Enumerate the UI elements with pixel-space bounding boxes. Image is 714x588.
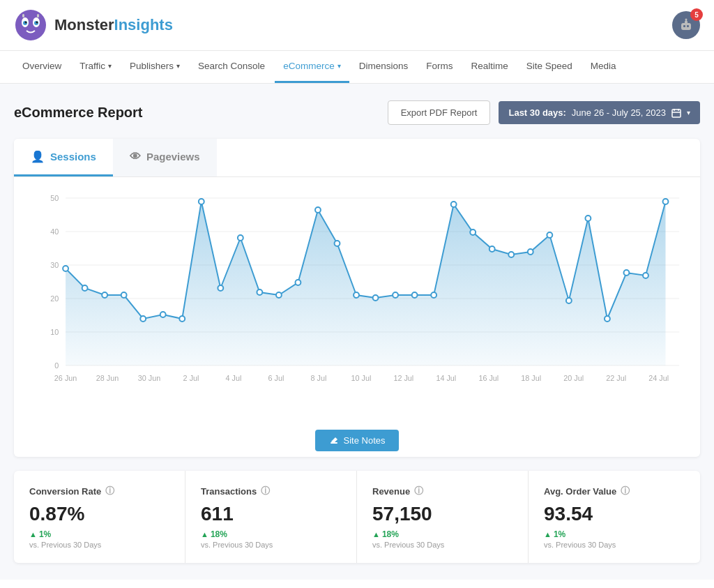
sessions-icon: 👤 — [31, 150, 45, 163]
nav-item-publishers[interactable]: Publishers ▾ — [121, 51, 188, 83]
svg-point-59 — [605, 316, 610, 322]
stat-change-revenue: ▲ 18% — [372, 529, 512, 539]
stat-card-transactions: Transactions ⓘ 611 ▲ 18% vs. Previous 30… — [185, 471, 357, 563]
chart-svg: 50 40 30 20 10 0 — [28, 191, 686, 400]
svg-point-6 — [36, 22, 38, 24]
nav-item-search-console[interactable]: Search Console — [190, 51, 273, 83]
chart-body: 50 40 30 20 10 0 — [14, 177, 700, 421]
tab-pageviews[interactable]: 👁 Pageviews — [113, 139, 217, 176]
tab-sessions[interactable]: 👤 Sessions — [14, 139, 113, 176]
stat-value-transactions: 611 — [201, 503, 341, 525]
svg-point-44 — [315, 207, 321, 213]
svg-point-52 — [470, 229, 476, 235]
notification-button[interactable]: 5 — [672, 11, 700, 39]
stat-previous-revenue: vs. Previous 30 Days — [372, 541, 512, 549]
notification-icon — [678, 17, 694, 33]
nav-item-forms[interactable]: Forms — [418, 51, 461, 83]
svg-point-47 — [373, 295, 379, 301]
logo-text: MonsterInsights — [54, 16, 173, 34]
info-icon-avg-order[interactable]: ⓘ — [621, 485, 630, 497]
stat-label-revenue: Revenue ⓘ — [372, 485, 512, 497]
svg-point-54 — [508, 252, 514, 257]
nav-item-traffic[interactable]: Traffic ▾ — [71, 51, 120, 83]
svg-point-57 — [566, 298, 572, 303]
nav-item-overview[interactable]: Overview — [14, 51, 70, 83]
svg-point-34 — [121, 292, 127, 298]
page-header-actions: Export PDF Report Last 30 days: June 26 … — [388, 100, 700, 125]
stat-card-conversion-rate: Conversion Rate ⓘ 0.87% ▲ 1% vs. Previou… — [14, 471, 185, 563]
nav-item-realtime[interactable]: Realtime — [462, 51, 516, 83]
svg-point-33 — [102, 292, 107, 298]
svg-text:12 Jul: 12 Jul — [393, 374, 413, 382]
nav-item-media[interactable]: Media — [582, 51, 625, 83]
pageviews-icon: 👁 — [130, 151, 141, 163]
header: MonsterInsights 5 — [0, 0, 714, 51]
svg-point-43 — [296, 280, 301, 285]
svg-text:8 Jul: 8 Jul — [311, 374, 327, 382]
svg-point-38 — [199, 199, 204, 204]
info-icon-revenue[interactable]: ⓘ — [414, 485, 423, 497]
svg-text:30: 30 — [50, 261, 59, 269]
svg-point-48 — [393, 292, 398, 298]
svg-text:30 Jun: 30 Jun — [138, 374, 160, 382]
logo-icon — [14, 8, 47, 42]
page-header: eCommerce Report Export PDF Report Last … — [14, 100, 700, 125]
header-right: 5 — [672, 11, 700, 39]
svg-text:28 Jun: 28 Jun — [96, 374, 119, 382]
svg-text:22 Jul: 22 Jul — [606, 374, 626, 382]
svg-text:24 Jul: 24 Jul — [648, 374, 669, 382]
export-pdf-button[interactable]: Export PDF Report — [388, 100, 491, 125]
svg-point-41 — [257, 289, 262, 295]
stat-previous-conversion-rate: vs. Previous 30 Days — [29, 541, 169, 549]
svg-point-51 — [451, 202, 457, 207]
info-icon-transactions[interactable]: ⓘ — [261, 485, 270, 497]
svg-point-36 — [160, 312, 166, 317]
stat-change-conversion-rate: ▲ 1% — [29, 529, 169, 539]
svg-rect-11 — [687, 25, 689, 27]
stat-value-avg-order: 93.54 — [544, 503, 685, 525]
ecommerce-chevron: ▾ — [337, 62, 341, 70]
stat-value-conversion-rate: 0.87% — [29, 503, 169, 525]
svg-text:16 Jul: 16 Jul — [478, 374, 499, 382]
svg-point-55 — [528, 249, 533, 255]
nav-item-ecommerce[interactable]: eCommerce ▾ — [275, 51, 349, 83]
stat-previous-avg-order: vs. Previous 30 Days — [544, 541, 685, 549]
svg-point-50 — [431, 292, 436, 298]
svg-text:10: 10 — [50, 328, 59, 336]
svg-point-39 — [218, 285, 223, 291]
site-notes-button[interactable]: Site Notes — [315, 430, 400, 451]
stat-label-avg-order: Avg. Order Value ⓘ — [544, 485, 685, 497]
svg-text:6 Jul: 6 Jul — [268, 374, 284, 382]
date-range-button[interactable]: Last 30 days: June 26 - July 25, 2023 ▾ — [499, 101, 700, 124]
svg-point-60 — [624, 270, 630, 276]
stats-row: Conversion Rate ⓘ 0.87% ▲ 1% vs. Previou… — [14, 471, 700, 563]
calendar-icon — [671, 108, 681, 118]
svg-rect-12 — [685, 21, 688, 24]
svg-point-49 — [412, 292, 418, 298]
svg-rect-9 — [681, 23, 691, 30]
nav-item-dimensions[interactable]: Dimensions — [351, 51, 417, 83]
svg-text:20: 20 — [50, 294, 59, 303]
svg-point-56 — [547, 232, 552, 238]
svg-point-45 — [335, 241, 340, 246]
stat-change-transactions: ▲ 18% — [201, 529, 341, 539]
svg-point-35 — [140, 316, 146, 322]
svg-point-61 — [643, 273, 648, 278]
svg-point-53 — [489, 246, 495, 252]
traffic-chevron: ▾ — [108, 62, 112, 70]
svg-text:0: 0 — [54, 361, 59, 370]
svg-point-0 — [15, 10, 46, 40]
stat-value-revenue: 57,150 — [372, 503, 512, 525]
info-icon-conversion[interactable]: ⓘ — [105, 485, 114, 497]
nav-item-site-speed[interactable]: Site Speed — [518, 51, 581, 83]
chart-svg-container: 50 40 30 20 10 0 — [28, 191, 686, 414]
svg-point-58 — [585, 216, 591, 221]
stat-label-transactions: Transactions ⓘ — [201, 485, 341, 497]
svg-rect-10 — [683, 25, 685, 27]
stat-label-conversion-rate: Conversion Rate ⓘ — [29, 485, 169, 497]
svg-point-46 — [354, 292, 359, 298]
page-title: eCommerce Report — [14, 105, 143, 121]
svg-point-14 — [685, 19, 688, 21]
svg-point-32 — [82, 285, 88, 291]
publishers-chevron: ▾ — [176, 62, 180, 70]
